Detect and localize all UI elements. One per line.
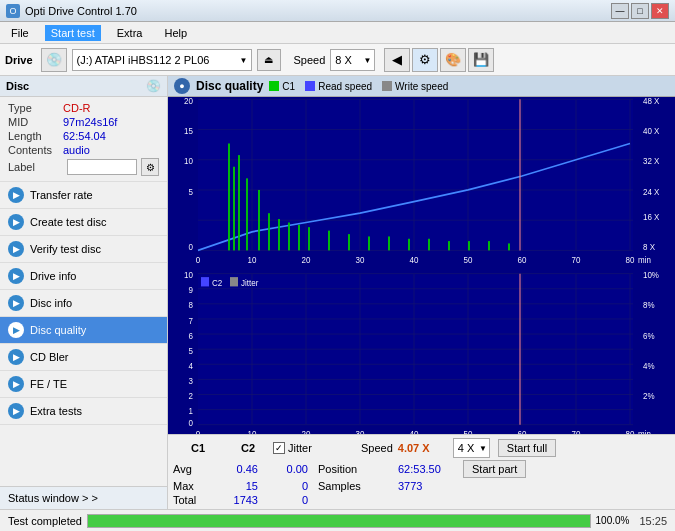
length-row: Length 62:54.04: [8, 130, 159, 142]
sidebar-item-transfer-rate[interactable]: ▶ Transfer rate: [0, 182, 167, 209]
svg-text:4: 4: [189, 360, 194, 371]
save-icon[interactable]: 💾: [468, 48, 494, 72]
write-speed-legend-label: Write speed: [395, 81, 448, 92]
svg-text:1: 1: [189, 406, 194, 417]
legend-c1: C1: [269, 81, 295, 92]
length-label: Length: [8, 130, 63, 142]
svg-rect-42: [278, 219, 280, 250]
jitter-checkbox-group: ✓ Jitter: [273, 442, 353, 454]
svg-text:30: 30: [356, 255, 365, 266]
maximize-button[interactable]: □: [631, 3, 649, 19]
svg-rect-44: [298, 225, 300, 251]
cd-bler-label: CD Bler: [30, 351, 69, 363]
speed-select2-wrap: 4 X 8 X: [453, 438, 490, 458]
drive-select[interactable]: (J:) ATAPI iHBS112 2 PL06: [72, 49, 252, 71]
titlebar-left: O Opti Drive Control 1.70: [6, 4, 137, 18]
drive-label: Drive: [5, 54, 33, 66]
disc-info-label: Disc info: [30, 297, 72, 309]
svg-text:20: 20: [302, 429, 311, 434]
chart-legend: C1 Read speed Write speed: [269, 81, 448, 92]
panel-header: ● Disc quality C1 Read speed Write speed: [168, 76, 675, 97]
mid-value: 97m24s16f: [63, 116, 117, 128]
eject-button[interactable]: ⏏: [257, 49, 281, 71]
label-label: Label: [8, 161, 63, 173]
disc-quality-icon: ▶: [8, 322, 24, 338]
sidebar-item-create-test-disc[interactable]: ▶ Create test disc: [0, 209, 167, 236]
progress-percent: 100.0%: [596, 515, 630, 526]
svg-rect-37: [233, 167, 235, 251]
sidebar-item-extra-tests[interactable]: ▶ Extra tests: [0, 398, 167, 425]
color-icon[interactable]: 🎨: [440, 48, 466, 72]
verify-test-disc-label: Verify test disc: [30, 243, 101, 255]
drivebar: Drive 💿 (J:) ATAPI iHBS112 2 PL06 ⏏ Spee…: [0, 44, 675, 76]
create-test-disc-icon: ▶: [8, 214, 24, 230]
stats-header-row: C1 C2 ✓ Jitter Speed 4.07 X 4 X 8 X Star…: [173, 437, 670, 459]
sidebar-item-disc-info[interactable]: ▶ Disc info: [0, 290, 167, 317]
speed-select2[interactable]: 4 X 8 X: [453, 438, 490, 458]
svg-text:7: 7: [189, 315, 194, 326]
disc-info-icon: ▶: [8, 295, 24, 311]
svg-text:0: 0: [196, 255, 201, 266]
svg-text:8: 8: [189, 300, 194, 311]
panel-icon: ●: [174, 78, 190, 94]
fe-te-label: FE / TE: [30, 378, 67, 390]
svg-rect-47: [348, 234, 350, 250]
menubar: File Start test Extra Help: [0, 22, 675, 44]
extra-tests-label: Extra tests: [30, 405, 82, 417]
type-value: CD-R: [63, 102, 91, 114]
svg-rect-54: [488, 241, 490, 250]
sidebar-item-fe-te[interactable]: ▶ FE / TE: [0, 371, 167, 398]
charts-area: 20 15 10 5 0 48 X 40 X 32 X 24 X 16 X 8 …: [168, 97, 675, 434]
settings-icon[interactable]: ⚙: [412, 48, 438, 72]
jitter-checkbox[interactable]: ✓: [273, 442, 285, 454]
speed-select[interactable]: 4 X 8 X 12 X 16 X Max: [330, 49, 375, 71]
svg-rect-49: [388, 236, 390, 250]
menu-start-test[interactable]: Start test: [45, 25, 101, 41]
sidebar: Disc 💿 Type CD-R MID 97m24s16f Length 62…: [0, 76, 168, 509]
extra-tests-icon: ▶: [8, 403, 24, 419]
titlebar-controls: — □ ✕: [611, 3, 669, 19]
type-row: Type CD-R: [8, 102, 159, 114]
position-label: Position: [318, 463, 398, 475]
length-value: 62:54.04: [63, 130, 106, 142]
menu-help[interactable]: Help: [158, 25, 193, 41]
menu-extra[interactable]: Extra: [111, 25, 149, 41]
svg-text:32 X: 32 X: [643, 156, 660, 167]
sidebar-item-cd-bler[interactable]: ▶ CD Bler: [0, 344, 167, 371]
svg-rect-36: [228, 143, 230, 250]
svg-rect-40: [258, 190, 260, 250]
disc-quality-label: Disc quality: [30, 324, 86, 336]
progress-bar: [87, 514, 591, 528]
svg-rect-39: [246, 178, 248, 250]
close-button[interactable]: ✕: [651, 3, 669, 19]
svg-text:10: 10: [184, 156, 193, 167]
disc-info-panel: Type CD-R MID 97m24s16f Length 62:54.04 …: [0, 97, 167, 182]
label-settings-button[interactable]: ⚙: [141, 158, 159, 176]
svg-text:10: 10: [248, 255, 257, 266]
start-full-button[interactable]: Start full: [498, 439, 556, 457]
svg-rect-43: [288, 223, 290, 251]
disc-section-title: Disc: [6, 80, 29, 92]
svg-text:6%: 6%: [643, 330, 655, 341]
type-label: Type: [8, 102, 63, 114]
sidebar-item-verify-test-disc[interactable]: ▶ Verify test disc: [0, 236, 167, 263]
minimize-button[interactable]: —: [611, 3, 629, 19]
svg-rect-0: [198, 99, 633, 250]
svg-text:70: 70: [572, 429, 581, 434]
label-input[interactable]: [67, 159, 137, 175]
label-row: Label ⚙: [8, 158, 159, 176]
disc-header-icon: 💿: [146, 79, 161, 93]
svg-text:16 X: 16 X: [643, 212, 660, 223]
sidebar-item-drive-info[interactable]: ▶ Drive info: [0, 263, 167, 290]
svg-rect-103: [201, 277, 209, 286]
stats-total-row: Total 1743 0: [173, 493, 670, 507]
sidebar-item-status-window[interactable]: Status window > >: [0, 486, 167, 509]
sidebar-item-disc-quality[interactable]: ▶ Disc quality: [0, 317, 167, 344]
prev-icon[interactable]: ◀: [384, 48, 410, 72]
menu-file[interactable]: File: [5, 25, 35, 41]
svg-text:8%: 8%: [643, 300, 655, 311]
legend-read-speed: Read speed: [305, 81, 372, 92]
drive-info-label: Drive info: [30, 270, 76, 282]
start-part-button[interactable]: Start part: [463, 460, 526, 478]
svg-rect-50: [408, 239, 410, 251]
